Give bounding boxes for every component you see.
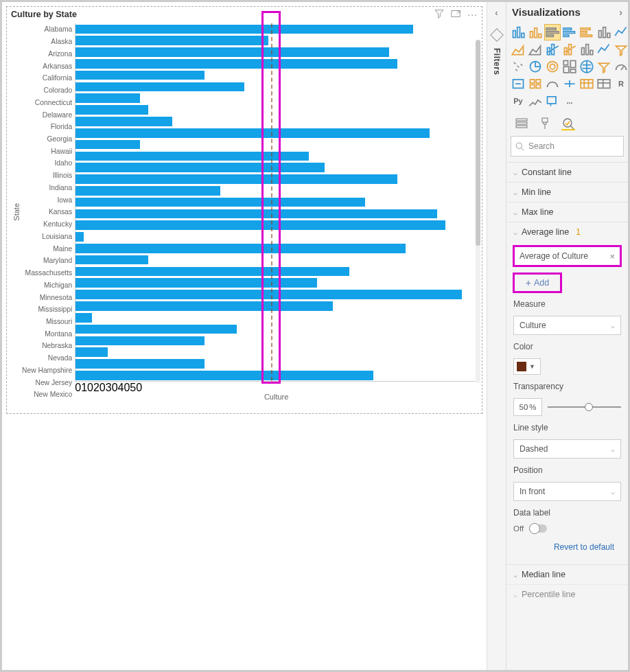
- bar[interactable]: [75, 255, 148, 265]
- transparency-input[interactable]: 50%: [513, 398, 542, 416]
- bar[interactable]: [75, 93, 140, 103]
- viz-type-icon[interactable]: [511, 42, 526, 57]
- bar[interactable]: [75, 220, 445, 230]
- bar[interactable]: [75, 59, 397, 69]
- viz-type-icon[interactable]: [511, 25, 526, 40]
- bar-row: [75, 69, 478, 81]
- collapse-filters-icon[interactable]: ‹: [495, 8, 498, 18]
- viz-type-icon[interactable]: [545, 59, 560, 74]
- viz-type-icon[interactable]: [596, 25, 611, 40]
- viz-type-icon[interactable]: [579, 59, 594, 74]
- bar[interactable]: [75, 325, 236, 334]
- bar[interactable]: [75, 209, 437, 219]
- viz-type-icon[interactable]: [614, 42, 628, 57]
- bar[interactable]: [75, 174, 397, 184]
- bar[interactable]: [75, 163, 325, 172]
- datalabel-toggle[interactable]: [529, 524, 547, 533]
- color-picker[interactable]: ▼: [513, 358, 541, 375]
- viz-type-icon[interactable]: [562, 59, 577, 74]
- focus-mode-icon[interactable]: [451, 9, 460, 21]
- viz-type-icon[interactable]: [596, 76, 611, 91]
- viz-type-icon[interactable]: [562, 25, 577, 40]
- viz-type-icon[interactable]: [545, 93, 560, 108]
- bar[interactable]: [75, 336, 204, 346]
- format-tab-icon[interactable]: [538, 117, 552, 130]
- more-options-icon[interactable]: ···: [467, 9, 478, 21]
- section-median-line[interactable]: ⌵Median line: [506, 564, 628, 584]
- viz-type-icon[interactable]: [528, 25, 543, 40]
- remove-avg-line-icon[interactable]: ×: [609, 251, 615, 262]
- bar[interactable]: [75, 47, 389, 57]
- transparency-label: Transparency: [513, 382, 621, 391]
- add-button[interactable]: +Add: [513, 273, 561, 292]
- viz-type-icon[interactable]: [614, 25, 628, 40]
- viz-type-icon[interactable]: [511, 76, 526, 91]
- filters-label[interactable]: Filters: [492, 48, 502, 76]
- bar-row: [75, 127, 478, 139]
- viz-type-icon[interactable]: [579, 42, 594, 57]
- filters-rail[interactable]: ‹ Filters: [487, 2, 506, 670]
- drill-icon[interactable]: [490, 28, 504, 42]
- report-canvas[interactable]: Culture by State ··· State AlabamaAlaska…: [2, 2, 487, 670]
- bar[interactable]: [75, 186, 220, 196]
- section-average-line[interactable]: ⌵Average line1: [506, 222, 628, 242]
- viz-type-icon[interactable]: [528, 59, 543, 74]
- viz-type-icon[interactable]: [562, 42, 577, 57]
- bar[interactable]: [75, 267, 349, 277]
- viz-type-icon[interactable]: [596, 42, 611, 57]
- viz-type-icon[interactable]: [545, 76, 560, 91]
- viz-type-icon[interactable]: R: [614, 76, 628, 91]
- bar[interactable]: [75, 105, 148, 115]
- bar[interactable]: [75, 117, 172, 126]
- revert-to-default[interactable]: Revert to default: [513, 540, 621, 557]
- bar[interactable]: [75, 152, 309, 161]
- bar[interactable]: [75, 278, 316, 288]
- transparency-slider[interactable]: [548, 406, 621, 408]
- expand-pane-icon[interactable]: ›: [619, 7, 622, 18]
- viz-type-icon[interactable]: [579, 76, 594, 91]
- analytics-tab-icon[interactable]: [561, 117, 575, 130]
- viz-type-icon[interactable]: [511, 59, 526, 74]
- search-input[interactable]: Search: [511, 136, 624, 157]
- bar[interactable]: [75, 313, 91, 323]
- filter-icon[interactable]: [434, 9, 444, 21]
- position-dropdown[interactable]: In front⌵: [513, 482, 621, 501]
- viz-type-icon[interactable]: [528, 42, 543, 57]
- viz-type-icon[interactable]: [545, 25, 560, 40]
- position-label: Position: [513, 465, 621, 475]
- bar[interactable]: [75, 301, 333, 311]
- bar[interactable]: [75, 232, 84, 242]
- bar[interactable]: [75, 71, 204, 80]
- chart-scrollbar[interactable]: [476, 40, 480, 383]
- bar[interactable]: [75, 36, 268, 45]
- viz-type-icon[interactable]: ...: [562, 93, 577, 108]
- section-min-line[interactable]: ⌵Min line: [506, 182, 628, 202]
- bar-chart-visual[interactable]: Culture by State ··· State AlabamaAlaska…: [6, 6, 482, 414]
- section-max-line[interactable]: ⌵Max line: [506, 202, 628, 222]
- viz-type-icon[interactable]: [614, 59, 628, 74]
- bar[interactable]: [75, 290, 461, 299]
- linestyle-dropdown[interactable]: Dashed⌵: [513, 439, 621, 459]
- viz-type-icon[interactable]: Py: [511, 93, 526, 108]
- bar[interactable]: [75, 359, 204, 369]
- fields-tab-icon[interactable]: [515, 117, 528, 130]
- measure-dropdown[interactable]: Culture⌵: [513, 316, 621, 335]
- viz-type-icon[interactable]: [545, 42, 560, 57]
- bar[interactable]: [75, 347, 108, 357]
- bar[interactable]: [75, 244, 405, 253]
- section-percentile-line[interactable]: ⌵Percentile line: [506, 584, 628, 604]
- section-constant-line[interactable]: ⌵Constant line: [506, 162, 628, 182]
- viz-type-icon[interactable]: [528, 93, 543, 108]
- bar[interactable]: [75, 371, 373, 380]
- viz-type-icon[interactable]: [528, 76, 543, 91]
- avg-line-item[interactable]: Average of Culture ×: [513, 246, 621, 266]
- bar[interactable]: [75, 25, 413, 34]
- bar[interactable]: [75, 82, 244, 92]
- x-tick: 0: [75, 382, 81, 393]
- viz-type-icon[interactable]: [579, 25, 594, 40]
- viz-type-icon[interactable]: [596, 59, 611, 74]
- bar[interactable]: [75, 140, 140, 150]
- viz-type-icon[interactable]: [562, 76, 577, 91]
- bar[interactable]: [75, 128, 429, 138]
- bar[interactable]: [75, 198, 365, 207]
